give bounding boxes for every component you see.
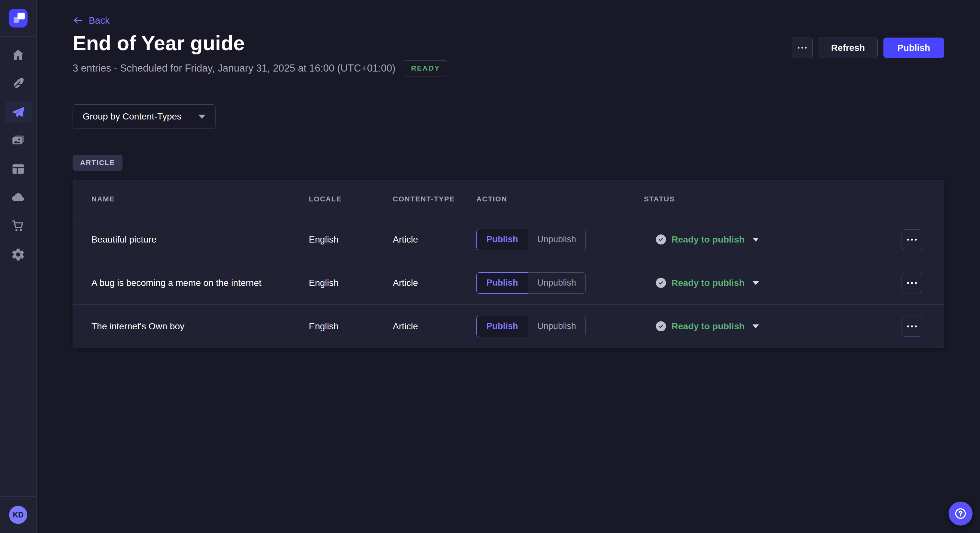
entry-content-type: Article <box>393 321 476 332</box>
home-icon <box>11 48 25 62</box>
entry-name: Beautiful picture <box>91 235 309 245</box>
arrow-left-icon <box>73 15 84 26</box>
avatar-initials: KD <box>13 511 23 519</box>
paper-plane-icon <box>11 105 25 119</box>
publish-toggle-button[interactable]: Publish <box>476 272 528 294</box>
caret-down-icon <box>752 324 759 328</box>
entry-content-type: Article <box>393 235 476 245</box>
strapi-logo-icon <box>9 9 27 27</box>
column-header-status: STATUS <box>644 195 898 203</box>
entry-name: A bug is becoming a meme on the internet <box>91 278 309 288</box>
back-label: Back <box>89 15 110 26</box>
media-gallery-icon <box>11 133 25 148</box>
sidebar-item-settings[interactable] <box>4 240 32 269</box>
ellipsis-icon <box>907 282 917 284</box>
entry-status-label: Ready to publish <box>671 278 745 288</box>
publish-toggle-button[interactable]: Publish <box>476 229 528 250</box>
chevron-down-icon <box>198 115 205 119</box>
caret-down-icon <box>752 238 759 241</box>
entry-status-label: Ready to publish <box>671 235 745 245</box>
table-header-row: NAME LOCALE CONTENT-TYPE ACTION STATUS <box>73 180 944 217</box>
action-toggle: Publish Unpublish <box>476 229 644 250</box>
check-circle-icon <box>656 235 666 244</box>
unpublish-toggle-button[interactable]: Unpublish <box>528 272 585 294</box>
sidebar-item-marketplace[interactable] <box>4 212 32 240</box>
logo-box <box>0 0 36 36</box>
publish-button[interactable]: Publish <box>883 38 944 58</box>
help-button[interactable] <box>948 501 972 525</box>
more-actions-button[interactable] <box>792 38 813 58</box>
gear-icon <box>11 247 25 262</box>
entry-status-dropdown[interactable]: Ready to publish <box>644 278 898 288</box>
page-title: End of Year guide <box>73 32 245 55</box>
subtitle-row: 3 entries - Scheduled for Friday, Januar… <box>73 60 447 77</box>
sidebar-item-home[interactable] <box>4 41 32 69</box>
refresh-button[interactable]: Refresh <box>819 38 878 58</box>
publish-toggle-button[interactable]: Publish <box>476 316 528 337</box>
sidebar-item-deploy[interactable] <box>4 183 32 212</box>
row-more-button[interactable] <box>902 229 922 250</box>
caret-down-icon <box>752 281 759 285</box>
check-circle-icon <box>656 278 666 288</box>
entry-locale: English <box>309 321 393 332</box>
group-header-badge: ARTICLE <box>73 155 123 171</box>
ellipsis-icon <box>907 239 917 241</box>
entry-locale: English <box>309 235 393 245</box>
sidebar-item-releases[interactable] <box>4 98 32 126</box>
unpublish-toggle-button[interactable]: Unpublish <box>528 229 585 250</box>
column-header-name: NAME <box>91 195 309 203</box>
row-more-button[interactable] <box>902 316 922 337</box>
back-link[interactable]: Back <box>73 15 110 26</box>
entry-status-label: Ready to publish <box>671 321 745 332</box>
table-row: Beautiful picture English Article Publis… <box>73 217 944 261</box>
header-actions: Refresh Publish <box>792 38 944 58</box>
layout-icon <box>11 162 25 176</box>
cart-icon <box>11 219 25 233</box>
group-by-select[interactable]: Group by Content-Types <box>73 104 215 129</box>
column-header-action: ACTION <box>476 195 644 203</box>
entry-name: The internet's Own boy <box>91 321 309 332</box>
sidebar-footer: KD <box>0 497 36 533</box>
sidebar-item-content-type-builder[interactable] <box>4 155 32 183</box>
question-mark-icon <box>954 507 967 520</box>
entry-locale: English <box>309 278 393 288</box>
column-header-locale: LOCALE <box>309 195 393 203</box>
entry-status-dropdown[interactable]: Ready to publish <box>644 235 898 245</box>
entry-status-dropdown[interactable]: Ready to publish <box>644 321 898 332</box>
entries-table: NAME LOCALE CONTENT-TYPE ACTION STATUS B… <box>73 180 944 348</box>
row-more-button[interactable] <box>902 273 922 293</box>
ellipsis-icon <box>907 325 917 327</box>
cloud-icon <box>11 190 25 205</box>
sidebar-item-media-library[interactable] <box>4 126 32 155</box>
feather-icon <box>11 76 25 90</box>
table-row: A bug is becoming a meme on the internet… <box>73 261 944 305</box>
check-circle-icon <box>656 321 666 331</box>
sidebar-nav <box>0 36 36 269</box>
entry-content-type: Article <box>393 278 476 288</box>
group-by-label: Group by Content-Types <box>83 111 181 122</box>
ellipsis-icon <box>798 47 807 49</box>
page-subtitle: 3 entries - Scheduled for Friday, Januar… <box>73 62 395 74</box>
sidebar: KD <box>0 0 37 533</box>
status-badge: READY <box>404 60 447 76</box>
avatar[interactable]: KD <box>9 506 27 524</box>
action-toggle: Publish Unpublish <box>476 316 644 337</box>
sidebar-item-content-manager[interactable] <box>4 69 32 98</box>
column-header-content-type: CONTENT-TYPE <box>393 195 476 203</box>
unpublish-toggle-button[interactable]: Unpublish <box>528 316 585 337</box>
action-toggle: Publish Unpublish <box>476 272 644 294</box>
table-row: The internet's Own boy English Article P… <box>73 305 944 348</box>
